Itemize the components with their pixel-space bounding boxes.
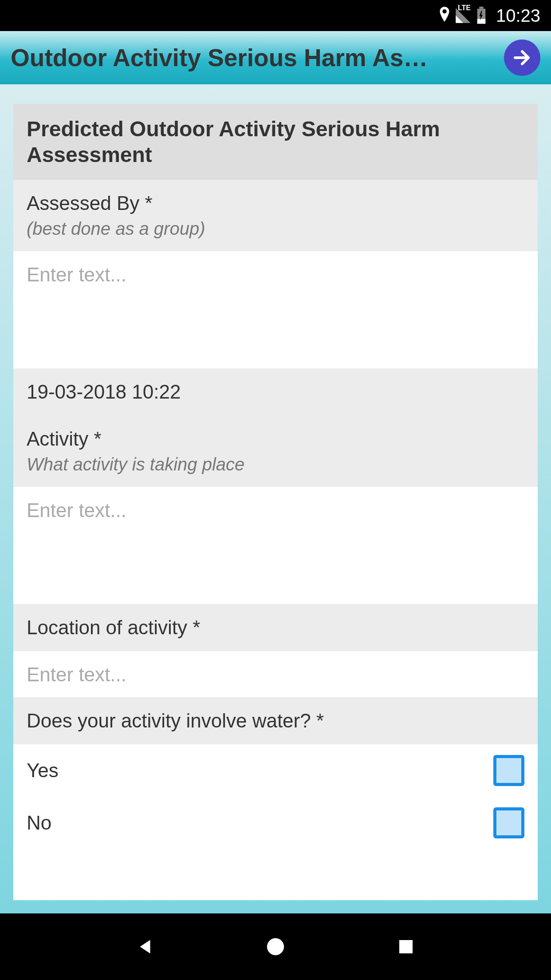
datetime-field[interactable]: 19-03-2018 10:22 [13, 368, 538, 415]
signal-icon: LTE [454, 7, 472, 24]
location-label: Location of activity * [13, 604, 538, 651]
back-triangle-icon [135, 937, 155, 957]
status-time: 10:23 [496, 6, 540, 26]
section-header: Predicted Outdoor Activity Serious Harm … [13, 104, 538, 180]
nav-home-button[interactable] [262, 933, 289, 960]
section-title: Predicted Outdoor Activity Serious Harm … [27, 116, 524, 167]
svg-rect-0 [479, 7, 483, 9]
option-yes-label: Yes [27, 759, 59, 782]
recent-square-icon [397, 938, 415, 956]
status-bar: LTE 10:23 [0, 0, 551, 31]
arrow-right-icon [512, 47, 533, 68]
option-yes-row[interactable]: Yes [13, 744, 538, 797]
checkbox-yes[interactable] [493, 755, 524, 786]
nav-back-button[interactable] [132, 933, 158, 960]
field-activity: Activity * What activity is taking place [13, 415, 538, 487]
checkbox-no[interactable] [493, 807, 524, 838]
svg-rect-4 [399, 940, 413, 953]
activity-input[interactable] [13, 487, 538, 602]
assessed-by-input[interactable] [13, 251, 538, 367]
activity-hint: What activity is taking place [13, 454, 538, 487]
content-area: Predicted Outdoor Activity Serious Harm … [0, 84, 551, 913]
location-input[interactable] [13, 651, 538, 695]
field-assessed-by: Assessed By * (best done as a group) [13, 180, 538, 251]
option-no-label: No [27, 812, 51, 834]
option-no-row[interactable]: No [13, 797, 538, 849]
battery-icon [476, 7, 487, 24]
svg-rect-2 [477, 19, 485, 24]
app-bar: Outdoor Activity Serious Harm As… [0, 31, 551, 84]
activity-label: Activity * [27, 428, 524, 450]
home-circle-icon [265, 937, 286, 957]
nav-recent-button[interactable] [393, 933, 419, 960]
location-icon [438, 7, 451, 24]
page-title: Outdoor Activity Serious Harm As… [11, 43, 504, 72]
form-container: Predicted Outdoor Activity Serious Harm … [13, 104, 538, 900]
next-button[interactable] [504, 40, 540, 76]
nav-bar [0, 913, 551, 980]
assessed-by-hint: (best done as a group) [13, 219, 538, 251]
lte-label: LTE [458, 4, 471, 12]
water-question-label: Does your activity involve water? * [13, 697, 538, 744]
assessed-by-label: Assessed By * [27, 192, 524, 214]
svg-point-3 [267, 938, 284, 955]
